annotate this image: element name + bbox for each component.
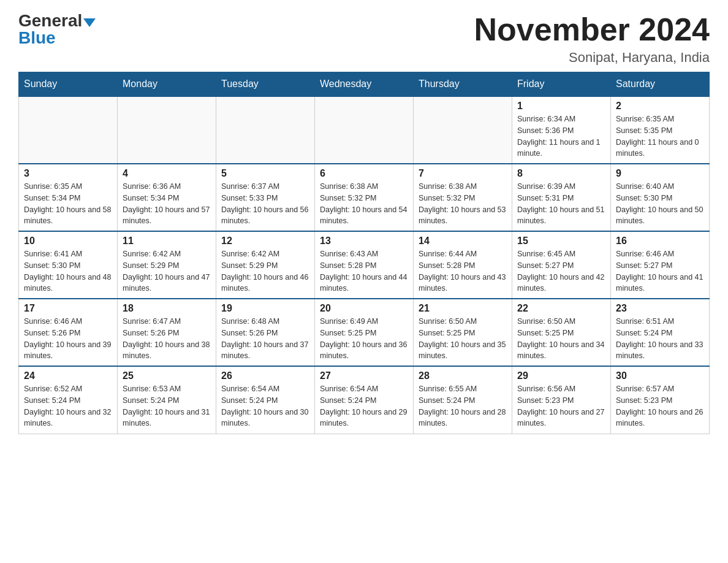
day-number: 26 bbox=[221, 370, 309, 381]
col-header-tuesday: Tuesday bbox=[216, 72, 315, 97]
day-number: 23 bbox=[616, 303, 704, 314]
day-info: Sunrise: 6:48 AMSunset: 5:26 PMDaylight:… bbox=[221, 316, 309, 362]
logo: General Blue bbox=[18, 12, 96, 47]
title-block: November 2024 Sonipat, Haryana, India bbox=[474, 12, 710, 66]
col-header-wednesday: Wednesday bbox=[315, 72, 414, 97]
week-row-1: 1Sunrise: 6:34 AMSunset: 5:36 PMDaylight… bbox=[19, 96, 710, 164]
logo-general-row: General bbox=[18, 12, 96, 29]
day-number: 5 bbox=[221, 168, 309, 179]
calendar-cell-w1-d1 bbox=[19, 96, 118, 164]
calendar-cell-w2-d4: 6Sunrise: 6:38 AMSunset: 5:32 PMDaylight… bbox=[315, 164, 414, 231]
day-info: Sunrise: 6:47 AMSunset: 5:26 PMDaylight:… bbox=[123, 316, 211, 362]
col-header-monday: Monday bbox=[118, 72, 216, 97]
calendar-cell-w5-d7: 30Sunrise: 6:57 AMSunset: 5:23 PMDayligh… bbox=[611, 366, 710, 434]
calendar-cell-w2-d3: 5Sunrise: 6:37 AMSunset: 5:33 PMDaylight… bbox=[216, 164, 315, 231]
calendar-cell-w5-d5: 28Sunrise: 6:55 AMSunset: 5:24 PMDayligh… bbox=[414, 366, 512, 434]
page-header: General Blue November 2024 Sonipat, Hary… bbox=[18, 12, 710, 66]
calendar-cell-w3-d7: 16Sunrise: 6:46 AMSunset: 5:27 PMDayligh… bbox=[611, 231, 710, 299]
calendar-cell-w4-d4: 20Sunrise: 6:49 AMSunset: 5:25 PMDayligh… bbox=[315, 299, 414, 366]
day-number: 20 bbox=[320, 303, 408, 314]
day-info: Sunrise: 6:55 AMSunset: 5:24 PMDaylight:… bbox=[419, 383, 507, 429]
day-info: Sunrise: 6:46 AMSunset: 5:26 PMDaylight:… bbox=[24, 316, 112, 362]
col-header-thursday: Thursday bbox=[414, 72, 512, 97]
calendar-cell-w4-d5: 21Sunrise: 6:50 AMSunset: 5:25 PMDayligh… bbox=[414, 299, 512, 366]
day-info: Sunrise: 6:40 AMSunset: 5:30 PMDaylight:… bbox=[616, 181, 704, 227]
calendar-cell-w2-d6: 8Sunrise: 6:39 AMSunset: 5:31 PMDaylight… bbox=[512, 164, 611, 231]
calendar-cell-w1-d3 bbox=[216, 96, 315, 164]
calendar-cell-w4-d3: 19Sunrise: 6:48 AMSunset: 5:26 PMDayligh… bbox=[216, 299, 315, 366]
day-number: 18 bbox=[123, 303, 211, 314]
day-number: 14 bbox=[419, 236, 507, 247]
calendar-cell-w5-d2: 25Sunrise: 6:53 AMSunset: 5:24 PMDayligh… bbox=[118, 366, 216, 434]
day-number: 22 bbox=[517, 303, 605, 314]
day-info: Sunrise: 6:46 AMSunset: 5:27 PMDaylight:… bbox=[616, 248, 704, 294]
day-number: 16 bbox=[616, 236, 704, 247]
calendar-cell-w3-d5: 14Sunrise: 6:44 AMSunset: 5:28 PMDayligh… bbox=[414, 231, 512, 299]
day-number: 11 bbox=[123, 236, 211, 247]
day-info: Sunrise: 6:36 AMSunset: 5:34 PMDaylight:… bbox=[123, 181, 211, 227]
day-info: Sunrise: 6:56 AMSunset: 5:23 PMDaylight:… bbox=[517, 383, 605, 429]
day-info: Sunrise: 6:35 AMSunset: 5:34 PMDaylight:… bbox=[24, 181, 112, 227]
day-number: 17 bbox=[24, 303, 112, 314]
day-info: Sunrise: 6:38 AMSunset: 5:32 PMDaylight:… bbox=[419, 181, 507, 227]
location: Sonipat, Haryana, India bbox=[474, 50, 710, 66]
day-info: Sunrise: 6:37 AMSunset: 5:33 PMDaylight:… bbox=[221, 181, 309, 227]
day-info: Sunrise: 6:35 AMSunset: 5:35 PMDaylight:… bbox=[616, 113, 704, 159]
day-number: 28 bbox=[419, 370, 507, 381]
logo-blue-text: Blue bbox=[18, 28, 56, 47]
calendar-cell-w1-d5 bbox=[414, 96, 512, 164]
day-number: 9 bbox=[616, 168, 704, 179]
calendar-cell-w5-d4: 27Sunrise: 6:54 AMSunset: 5:24 PMDayligh… bbox=[315, 366, 414, 434]
day-info: Sunrise: 6:50 AMSunset: 5:25 PMDaylight:… bbox=[517, 316, 605, 362]
day-info: Sunrise: 6:54 AMSunset: 5:24 PMDaylight:… bbox=[320, 383, 408, 429]
calendar-cell-w1-d7: 2Sunrise: 6:35 AMSunset: 5:35 PMDaylight… bbox=[611, 96, 710, 164]
day-number: 21 bbox=[419, 303, 507, 314]
calendar-cell-w3-d1: 10Sunrise: 6:41 AMSunset: 5:30 PMDayligh… bbox=[19, 231, 118, 299]
col-header-saturday: Saturday bbox=[611, 72, 710, 97]
day-number: 7 bbox=[419, 168, 507, 179]
day-info: Sunrise: 6:49 AMSunset: 5:25 PMDaylight:… bbox=[320, 316, 408, 362]
col-header-friday: Friday bbox=[512, 72, 611, 97]
day-number: 27 bbox=[320, 370, 408, 381]
day-number: 2 bbox=[616, 101, 704, 112]
day-number: 8 bbox=[517, 168, 605, 179]
week-row-3: 10Sunrise: 6:41 AMSunset: 5:30 PMDayligh… bbox=[19, 231, 710, 299]
calendar-cell-w3-d3: 12Sunrise: 6:42 AMSunset: 5:29 PMDayligh… bbox=[216, 231, 315, 299]
calendar-cell-w1-d6: 1Sunrise: 6:34 AMSunset: 5:36 PMDaylight… bbox=[512, 96, 611, 164]
week-row-5: 24Sunrise: 6:52 AMSunset: 5:24 PMDayligh… bbox=[19, 366, 710, 434]
day-number: 4 bbox=[123, 168, 211, 179]
calendar-cell-w5-d6: 29Sunrise: 6:56 AMSunset: 5:23 PMDayligh… bbox=[512, 366, 611, 434]
calendar-cell-w2-d5: 7Sunrise: 6:38 AMSunset: 5:32 PMDaylight… bbox=[414, 164, 512, 231]
calendar-cell-w1-d2 bbox=[118, 96, 216, 164]
day-number: 3 bbox=[24, 168, 112, 179]
calendar-cell-w4-d2: 18Sunrise: 6:47 AMSunset: 5:26 PMDayligh… bbox=[118, 299, 216, 366]
day-number: 15 bbox=[517, 236, 605, 247]
calendar-table: Sunday Monday Tuesday Wednesday Thursday… bbox=[18, 72, 710, 434]
col-header-sunday: Sunday bbox=[19, 72, 118, 97]
day-info: Sunrise: 6:53 AMSunset: 5:24 PMDaylight:… bbox=[123, 383, 211, 429]
week-row-4: 17Sunrise: 6:46 AMSunset: 5:26 PMDayligh… bbox=[19, 299, 710, 366]
day-info: Sunrise: 6:43 AMSunset: 5:28 PMDaylight:… bbox=[320, 248, 408, 294]
day-number: 29 bbox=[517, 370, 605, 381]
day-number: 19 bbox=[221, 303, 309, 314]
calendar-header-row: Sunday Monday Tuesday Wednesday Thursday… bbox=[19, 72, 710, 97]
day-info: Sunrise: 6:38 AMSunset: 5:32 PMDaylight:… bbox=[320, 181, 408, 227]
calendar-cell-w3-d2: 11Sunrise: 6:42 AMSunset: 5:29 PMDayligh… bbox=[118, 231, 216, 299]
calendar-cell-w5-d3: 26Sunrise: 6:54 AMSunset: 5:24 PMDayligh… bbox=[216, 366, 315, 434]
day-info: Sunrise: 6:45 AMSunset: 5:27 PMDaylight:… bbox=[517, 248, 605, 294]
calendar-cell-w4-d7: 23Sunrise: 6:51 AMSunset: 5:24 PMDayligh… bbox=[611, 299, 710, 366]
logo-triangle-icon bbox=[83, 18, 96, 27]
day-info: Sunrise: 6:41 AMSunset: 5:30 PMDaylight:… bbox=[24, 248, 112, 294]
day-number: 30 bbox=[616, 370, 704, 381]
day-info: Sunrise: 6:57 AMSunset: 5:23 PMDaylight:… bbox=[616, 383, 704, 429]
day-info: Sunrise: 6:50 AMSunset: 5:25 PMDaylight:… bbox=[419, 316, 507, 362]
calendar-cell-w2-d2: 4Sunrise: 6:36 AMSunset: 5:34 PMDaylight… bbox=[118, 164, 216, 231]
day-info: Sunrise: 6:52 AMSunset: 5:24 PMDaylight:… bbox=[24, 383, 112, 429]
day-number: 1 bbox=[517, 101, 605, 112]
calendar-cell-w2-d1: 3Sunrise: 6:35 AMSunset: 5:34 PMDaylight… bbox=[19, 164, 118, 231]
calendar-cell-w2-d7: 9Sunrise: 6:40 AMSunset: 5:30 PMDaylight… bbox=[611, 164, 710, 231]
day-info: Sunrise: 6:54 AMSunset: 5:24 PMDaylight:… bbox=[221, 383, 309, 429]
day-number: 6 bbox=[320, 168, 408, 179]
day-number: 25 bbox=[123, 370, 211, 381]
week-row-2: 3Sunrise: 6:35 AMSunset: 5:34 PMDaylight… bbox=[19, 164, 710, 231]
